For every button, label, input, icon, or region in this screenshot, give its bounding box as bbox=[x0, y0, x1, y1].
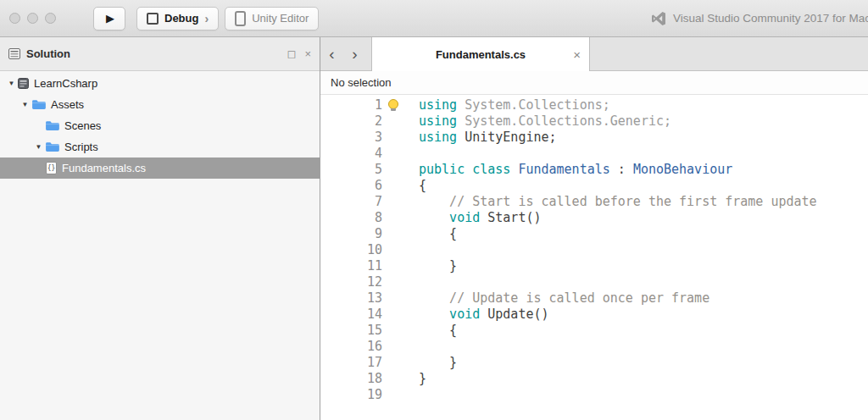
tree-item-label: Fundamentals.cs bbox=[62, 162, 146, 174]
tree-item[interactable]: Fundamentals.cs bbox=[0, 158, 320, 179]
solution-pad-icon bbox=[8, 48, 20, 59]
code-token: } bbox=[419, 371, 426, 386]
code-token: System.Collections; bbox=[457, 97, 610, 113]
code-line[interactable]: 4 bbox=[320, 146, 868, 162]
tree-item[interactable]: ▼ LearnCsharp bbox=[0, 73, 320, 94]
line-icon-margin bbox=[382, 258, 419, 274]
configuration-selector[interactable]: Debug › bbox=[136, 7, 219, 30]
code-area[interactable]: 1 using System.Collections; 2 using Syst… bbox=[320, 95, 868, 420]
line-number[interactable]: 10 bbox=[320, 242, 382, 258]
line-number[interactable]: 12 bbox=[320, 274, 382, 290]
code-line[interactable]: 17 } bbox=[320, 355, 868, 371]
code-token: { bbox=[419, 323, 457, 338]
disclosure-triangle-icon[interactable]: ▼ bbox=[5, 80, 18, 87]
line-icon-margin bbox=[382, 210, 419, 226]
code-line[interactable]: 11 } bbox=[320, 258, 868, 274]
code-token: System.Collections.Generic; bbox=[457, 113, 671, 129]
line-icon-margin bbox=[382, 97, 419, 113]
code-text: } bbox=[419, 355, 457, 371]
line-number[interactable]: 16 bbox=[320, 339, 382, 355]
code-line[interactable]: 15 { bbox=[320, 323, 868, 339]
code-line[interactable]: 6 { bbox=[320, 178, 868, 194]
tree-item[interactable]: ▼ Assets bbox=[0, 94, 320, 115]
line-number[interactable]: 8 bbox=[320, 210, 382, 226]
line-number[interactable]: 1 bbox=[320, 97, 382, 113]
tree-item-label: LearnCsharp bbox=[34, 77, 97, 90]
line-icon-margin bbox=[382, 194, 419, 210]
code-line[interactable]: 14 void Update() bbox=[320, 307, 868, 323]
code-line[interactable]: 10 bbox=[320, 242, 868, 258]
line-icon-margin bbox=[382, 146, 419, 162]
configuration-icon bbox=[147, 13, 159, 25]
minimize-window-button[interactable] bbox=[27, 13, 38, 24]
code-token: { bbox=[419, 226, 457, 241]
code-line[interactable]: 19 bbox=[320, 387, 868, 403]
code-token: } bbox=[419, 258, 457, 274]
line-number[interactable]: 18 bbox=[320, 371, 382, 387]
line-number[interactable]: 3 bbox=[320, 130, 382, 146]
chevron-right-icon: › bbox=[204, 12, 209, 25]
code-text: // Update is called once per frame bbox=[419, 290, 709, 307]
tree-item[interactable]: Scenes bbox=[0, 115, 320, 136]
configuration-label: Debug bbox=[164, 12, 198, 25]
code-line[interactable]: 2 using System.Collections.Generic; bbox=[320, 113, 868, 130]
line-number[interactable]: 17 bbox=[320, 355, 382, 371]
code-text: using System.Collections.Generic; bbox=[419, 113, 671, 130]
code-line[interactable]: 8 void Start() bbox=[320, 210, 868, 226]
code-text: { bbox=[419, 323, 457, 339]
navigate-back-button[interactable]: ‹ bbox=[320, 37, 343, 70]
code-token: : bbox=[610, 162, 633, 177]
close-window-button[interactable] bbox=[9, 13, 20, 24]
code-line[interactable]: 13 // Update is called once per frame bbox=[320, 290, 868, 307]
code-line[interactable]: 7 // Start is called before the first fr… bbox=[320, 194, 868, 210]
close-pad-button[interactable]: × bbox=[304, 48, 311, 59]
solution-tree: ▼ LearnCsharp ▼ Assets bbox=[0, 71, 320, 179]
navigate-forward-button[interactable]: › bbox=[343, 37, 366, 70]
lightbulb-icon[interactable] bbox=[388, 99, 398, 109]
code-line[interactable]: 16 bbox=[320, 339, 868, 355]
code-line[interactable]: 3 using UnityEngine; bbox=[320, 130, 868, 146]
breadcrumb-text: No selection bbox=[331, 76, 392, 89]
line-number[interactable]: 11 bbox=[320, 258, 382, 274]
code-line[interactable]: 12 bbox=[320, 274, 868, 290]
folder-icon bbox=[45, 141, 59, 152]
code-token: // Update is called once per frame bbox=[419, 290, 709, 306]
run-target-label: Unity Editor bbox=[252, 12, 309, 25]
line-icon-margin bbox=[382, 339, 419, 355]
line-icon-margin bbox=[382, 371, 419, 387]
line-number[interactable]: 9 bbox=[320, 226, 382, 242]
breadcrumb[interactable]: No selection bbox=[320, 71, 868, 95]
zoom-window-button[interactable] bbox=[45, 13, 56, 24]
pad-buttons: ◻ × bbox=[287, 48, 311, 59]
line-number[interactable]: 2 bbox=[320, 113, 382, 130]
disclosure-triangle-icon[interactable]: ▼ bbox=[19, 101, 31, 108]
line-number[interactable]: 4 bbox=[320, 146, 382, 162]
dock-pad-button[interactable]: ◻ bbox=[287, 48, 297, 59]
disclosure-triangle-icon[interactable]: ▼ bbox=[32, 143, 45, 151]
tree-item-label: Assets bbox=[51, 98, 84, 111]
tab-close-icon[interactable]: × bbox=[573, 47, 581, 62]
tab-fundamentals-cs[interactable]: Fundamentals.cs × bbox=[371, 37, 590, 71]
code-line[interactable]: 18 } bbox=[320, 371, 868, 387]
line-number[interactable]: 19 bbox=[320, 387, 382, 403]
run-button[interactable]: ▶ bbox=[93, 7, 125, 30]
line-number[interactable]: 7 bbox=[320, 194, 382, 210]
run-target-selector[interactable]: Unity Editor bbox=[225, 7, 319, 30]
line-number[interactable]: 14 bbox=[320, 307, 382, 323]
code-text: { bbox=[419, 226, 457, 242]
code-line[interactable]: 5 public class Fundamentals : MonoBehavi… bbox=[320, 162, 868, 178]
code-line[interactable]: 1 using System.Collections; bbox=[320, 97, 868, 113]
code-token: MonoBehaviour bbox=[633, 162, 732, 177]
code-token: Fundamentals bbox=[510, 162, 609, 177]
line-number[interactable]: 15 bbox=[320, 323, 382, 339]
line-number[interactable]: 6 bbox=[320, 178, 382, 194]
visual-studio-logo-icon bbox=[651, 11, 666, 26]
line-number[interactable]: 13 bbox=[320, 290, 382, 307]
traffic-lights bbox=[0, 13, 56, 24]
tree-item[interactable]: ▼ Scripts bbox=[0, 136, 320, 158]
editor-area: ‹ › Fundamentals.cs × No selection 1 usi… bbox=[320, 37, 868, 420]
code-token: public class bbox=[419, 162, 510, 177]
code-line[interactable]: 9 { bbox=[320, 226, 868, 242]
line-icon-margin bbox=[382, 290, 419, 307]
line-number[interactable]: 5 bbox=[320, 162, 382, 178]
